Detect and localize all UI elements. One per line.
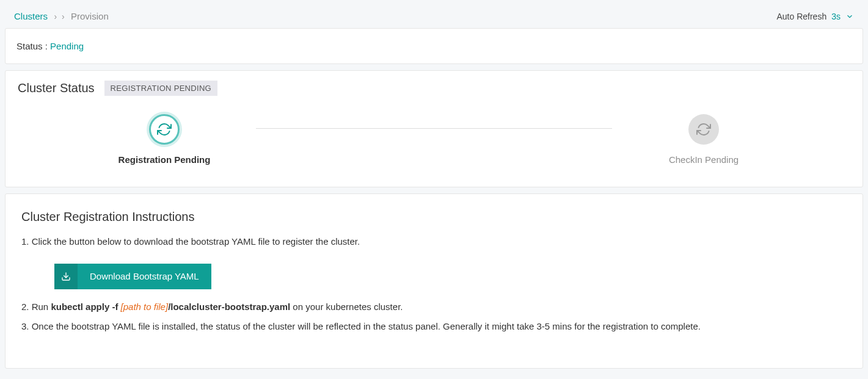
kubectl-command: kubectl apply -f — [51, 301, 120, 312]
status-value: Pending — [50, 41, 84, 51]
refresh-icon — [688, 114, 719, 145]
auto-refresh-label: Auto Refresh — [776, 12, 826, 21]
status-card: Status : Pending — [5, 28, 863, 64]
download-bootstrap-yaml-button[interactable]: Download Bootstrap YAML — [54, 264, 211, 289]
refresh-icon — [149, 114, 180, 145]
download-icon — [54, 264, 78, 289]
auto-refresh-control[interactable]: Auto Refresh 3s — [776, 12, 854, 21]
instructions-heading: Cluster Registration Instructions — [21, 210, 847, 224]
instruction-step-1: 1. Click the button below to download th… — [21, 235, 847, 249]
step-label: CheckIn Pending — [669, 154, 739, 165]
status-badge: REGISTRATION PENDING — [104, 81, 217, 96]
status-stepper: Registration Pending CheckIn Pending — [18, 114, 850, 165]
instruction-step-3: 3. Once the bootstrap YAML file is insta… — [21, 320, 847, 334]
registration-instructions-card: Cluster Registration Instructions 1. Cli… — [5, 193, 863, 369]
breadcrumb-current: Provision — [71, 11, 109, 21]
yaml-filename: /localcluster-bootstrap.yaml — [168, 301, 290, 312]
auto-refresh-value: 3s — [831, 12, 841, 21]
breadcrumb-sep-icon: › › — [54, 12, 64, 21]
step-label: Registration Pending — [119, 154, 211, 165]
download-button-label: Download Bootstrap YAML — [78, 271, 211, 281]
step-registration-pending: Registration Pending — [79, 114, 250, 165]
instruction-step-2: 2. Run kubectl apply -f [path to file]/l… — [21, 300, 847, 314]
cluster-status-heading: Cluster Status — [18, 81, 95, 95]
breadcrumb-clusters[interactable]: Clusters — [14, 11, 48, 21]
breadcrumb: Clusters › › Provision — [14, 11, 109, 22]
file-path-placeholder: [path to file] — [121, 301, 169, 312]
stepper-connector — [256, 128, 612, 129]
cluster-status-card: Cluster Status REGISTRATION PENDING Regi… — [5, 70, 863, 187]
status-label: Status : — [16, 41, 48, 51]
step-checkin-pending: CheckIn Pending — [618, 114, 789, 165]
chevron-down-icon — [845, 12, 854, 21]
